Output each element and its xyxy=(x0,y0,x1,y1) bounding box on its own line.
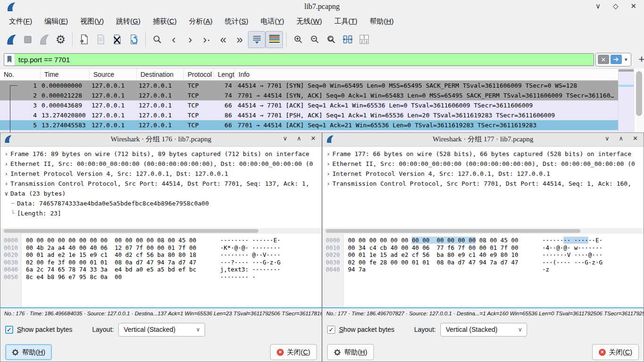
number-columns-icon[interactable]: 123 xyxy=(356,32,372,48)
expander-icon[interactable]: › xyxy=(2,179,10,189)
scrollbar-thumb[interactable] xyxy=(636,71,642,116)
packet-row[interactable]: 513.274045583127.0.0.1127.0.0.1TCP667701… xyxy=(0,120,618,130)
dialog-close-button[interactable]: ✕ xyxy=(633,135,638,142)
expander-icon[interactable]: › xyxy=(324,159,332,169)
go-back-icon[interactable]: ‹ xyxy=(165,32,182,48)
expander-icon[interactable]: › xyxy=(324,169,332,179)
filter-dropdown-caret[interactable]: ▾ xyxy=(623,57,629,63)
hex-row[interactable]: 00406a 2c 74 65 78 74 33 3a e4 bd a0 e5 … xyxy=(0,266,322,273)
hex-row[interactable]: 002000 01 ad e2 1e 15 e9 c1 40 d2 cf 56 … xyxy=(0,251,322,259)
menu-file[interactable]: 文件(F) xyxy=(3,15,38,28)
start-capture-icon[interactable] xyxy=(3,32,19,48)
hex-row[interactable]: 003002 00 fe 28 00 00 01 01 08 0a d7 47 … xyxy=(322,259,644,266)
restart-capture-icon[interactable] xyxy=(36,32,52,48)
column-header-source[interactable]: Source xyxy=(90,69,137,80)
window-minimize-button[interactable]: ∨ xyxy=(595,2,601,10)
column-header-time[interactable]: Time xyxy=(41,69,90,80)
apply-filter-button[interactable] xyxy=(611,55,622,64)
colorize-icon[interactable] xyxy=(265,31,283,48)
window-maximize-button[interactable]: ◇ xyxy=(613,2,619,10)
hex-row[interactable]: 000000 00 00 00 00 00 00 00 00 00 00 00 … xyxy=(322,237,644,244)
column-header-length[interactable]: Length xyxy=(214,69,235,80)
hex-row[interactable]: 001000 34 c4 cb 40 00 40 06 77 f6 7f 00 … xyxy=(322,244,644,252)
menu-wireless[interactable]: 无线(W) xyxy=(290,15,328,28)
packet-row[interactable]: 10.000000000127.0.0.1127.0.0.1TCP7444514… xyxy=(0,81,618,90)
help-button[interactable]: 帮助(H) xyxy=(5,344,52,360)
tree-row[interactable]: ─Data: 74657874333ae4bda0e5a5bdefbc8ce4b… xyxy=(2,198,322,208)
dialog-close-button[interactable]: ✕ xyxy=(311,135,316,142)
expander-icon[interactable]: ∨ xyxy=(2,189,10,198)
last-packet-icon[interactable]: » xyxy=(231,32,248,48)
hex-row[interactable]: 00508c e4 b8 96 e7 95 8c 0a 00········ · xyxy=(0,273,322,281)
tree-row[interactable]: ∨Data (23 bytes) xyxy=(2,189,322,198)
hscrollbar-thumb[interactable] xyxy=(4,229,258,233)
hex-row[interactable]: 003002 00 fe 3f 00 00 01 01 08 0a d7 47 … xyxy=(0,259,322,266)
dialog-maximize-button[interactable]: ∧ xyxy=(297,135,302,142)
zoom-in-icon[interactable] xyxy=(290,32,306,48)
open-file-icon[interactable] xyxy=(76,32,92,48)
column-header-protocol[interactable]: Protocol xyxy=(184,69,214,80)
clear-filter-button[interactable]: ✕ xyxy=(598,55,609,64)
expander-icon[interactable]: › xyxy=(324,149,332,159)
packet-row[interactable]: 413.274020800127.0.0.1127.0.0.1TCP864451… xyxy=(0,110,618,120)
tree-hscrollbar[interactable] xyxy=(0,228,322,234)
column-header-no[interactable]: No. xyxy=(0,69,41,80)
reload-file-icon[interactable] xyxy=(125,32,142,48)
filter-input[interactable]: tcp.port == 7701 xyxy=(4,53,594,66)
close-button[interactable]: ✕ 关闭(C) xyxy=(270,344,317,360)
menu-tools[interactable]: 工具(T) xyxy=(328,15,363,28)
expander-icon[interactable]: › xyxy=(324,179,332,189)
bookmark-icon[interactable] xyxy=(4,54,15,66)
tree-row[interactable]: ›Transmission Control Protocol, Src Port… xyxy=(324,179,644,189)
help-button[interactable]: 帮助(H) xyxy=(327,344,374,360)
show-packet-bytes-checkbox[interactable]: ✓ xyxy=(327,326,335,334)
first-packet-icon[interactable]: « xyxy=(215,32,231,48)
menu-go[interactable]: 跳转(G) xyxy=(110,15,147,28)
auto-scroll-icon[interactable] xyxy=(248,31,265,48)
expander-icon[interactable]: › xyxy=(2,149,10,159)
menu-help[interactable]: 帮助(H) xyxy=(363,15,400,28)
stop-capture-icon[interactable] xyxy=(19,32,36,48)
column-header-destination[interactable]: Destination xyxy=(137,69,184,80)
zoom-reset-icon[interactable] xyxy=(323,32,339,48)
tree-row[interactable]: ›Internet Protocol Version 4, Src: 127.0… xyxy=(324,169,644,179)
packet-list-minimap[interactable] xyxy=(618,69,634,132)
menu-view[interactable]: 视图(V) xyxy=(74,15,110,28)
find-packet-icon[interactable] xyxy=(149,32,165,48)
menu-capture[interactable]: 捕获(C) xyxy=(147,15,183,28)
layout-select[interactable]: Vertical (Stacked) ∨ xyxy=(118,323,205,337)
capture-options-icon[interactable]: ⚙ xyxy=(52,32,69,48)
tree-row[interactable]: ›Ethernet II, Src: 00:00:00_00:00:00 (00… xyxy=(324,159,644,169)
packet-row[interactable]: 20.000021228127.0.0.1127.0.0.1TCP747701 … xyxy=(0,90,618,100)
tree-row[interactable]: ›Frame 177: 66 bytes on wire (528 bits),… xyxy=(324,149,644,159)
tree-row[interactable]: └[Length: 23] xyxy=(2,208,322,218)
tree-row[interactable]: ›Internet Protocol Version 4, Src: 127.0… xyxy=(2,169,322,179)
layout-select[interactable]: Vertical (Stacked) ∨ xyxy=(440,323,527,337)
zoom-out-icon[interactable] xyxy=(306,32,323,48)
go-forward-icon[interactable]: › xyxy=(182,32,198,48)
go-to-packet-icon[interactable]: ›· xyxy=(198,32,215,48)
hex-row[interactable]: 004094 7a·z xyxy=(322,266,644,273)
window-close-button[interactable]: ✕ xyxy=(630,2,636,10)
menu-analyze[interactable]: 分析(A) xyxy=(183,15,219,28)
expander-icon[interactable]: › xyxy=(2,159,10,169)
hex-row[interactable]: 002000 01 1e 15 ad e2 cf 56 ba 80 e9 c1 … xyxy=(322,251,644,259)
resize-columns-icon[interactable] xyxy=(339,32,356,48)
close-file-icon[interactable] xyxy=(109,32,125,48)
tree-row[interactable]: ›Frame 176: 89 bytes on wire (712 bits),… xyxy=(2,149,322,159)
hscrollbar-thumb[interactable] xyxy=(326,229,580,233)
column-header-info[interactable]: Info xyxy=(235,69,635,80)
hex-row[interactable]: 000000 00 00 00 00 00 00 00 00 00 00 00 … xyxy=(0,237,322,244)
dialog-minimize-button[interactable]: ∨ xyxy=(605,135,610,142)
packet-row[interactable]: 30.000043689127.0.0.1127.0.0.1TCP6644514… xyxy=(0,100,618,110)
menu-statistics[interactable]: 统计(S) xyxy=(219,15,255,28)
hex-row[interactable]: 001000 4b 2a a4 40 00 40 06 12 07 7f 00 … xyxy=(0,244,322,252)
tree-hscrollbar[interactable] xyxy=(322,228,644,234)
dialog-maximize-button[interactable]: ∧ xyxy=(619,135,624,142)
tree-row[interactable]: ›Ethernet II, Src: 00:00:00_00:00:00 (00… xyxy=(2,159,322,169)
add-filter-button[interactable]: + xyxy=(639,53,644,66)
menu-edit[interactable]: 编辑(E) xyxy=(38,15,74,28)
dialog-minimize-button[interactable]: ∨ xyxy=(283,135,288,142)
menu-telephony[interactable]: 电话(Y) xyxy=(255,15,290,28)
packet-list-scrollbar[interactable] xyxy=(634,68,644,132)
